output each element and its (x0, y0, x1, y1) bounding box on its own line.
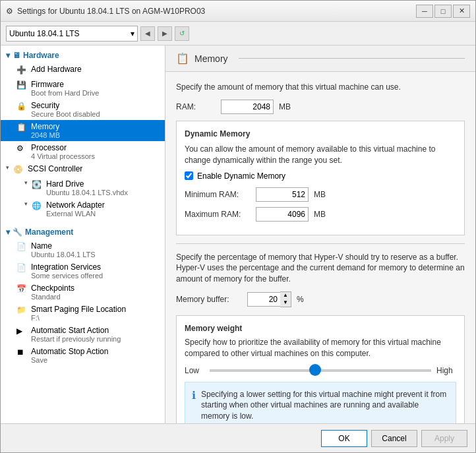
checkpoints-icon: 📅 (16, 284, 27, 295)
dynamic-memory-title: Dynamic Memory (185, 129, 456, 138)
sidebar-item-hard-drive[interactable]: ▾ 💽 Hard Drive Ubuntu 18.04.1 LTS.vhdx (1, 177, 165, 198)
sidebar-item-processor[interactable]: ⚙ Processor 4 Virtual processors (1, 141, 165, 162)
window-icon: ⚙ (6, 7, 13, 16)
sidebar-item-auto-start[interactable]: ▶ Automatic Start Action Restart if prev… (1, 324, 165, 345)
close-button[interactable]: ✕ (453, 5, 470, 18)
network-label: Network Adapter (46, 200, 105, 210)
ram-unit: MB (279, 102, 291, 111)
integration-icon: 📄 (16, 263, 27, 274)
security-icon: 🔒 (16, 102, 27, 112)
forward-button[interactable]: ▶ (158, 26, 172, 41)
minimize-button[interactable]: ─ (416, 5, 433, 18)
firmware-sub: Boot from Hard Drive (31, 89, 99, 97)
weight-description: Specify how to prioritize the availabili… (185, 337, 456, 359)
processor-icon: ⚙ (16, 144, 27, 154)
sidebar-item-scsi[interactable]: ▾ 📀 SCSI Controller (1, 162, 165, 177)
sidebar-item-security[interactable]: 🔒 Security Secure Boot disabled (1, 99, 165, 120)
spinner-buttons: ▲ ▼ (280, 291, 291, 307)
panel-header: 📋 Memory (165, 45, 475, 72)
enable-dynamic-memory-label: Enable Dynamic Memory (197, 171, 285, 181)
hard-drive-icon: 💽 (32, 180, 42, 191)
sidebar-item-auto-stop[interactable]: ⏹ Automatic Stop Action Save (1, 345, 165, 366)
sidebar-item-add-hardware[interactable]: ➕ Add Hardware (1, 63, 165, 78)
checkpoints-sub: Standard (31, 293, 74, 301)
management-label: Management (25, 227, 73, 237)
content-area: ▾ 🖥 Hardware ➕ Add Hardware 💾 Firmware B… (1, 45, 475, 423)
spinner-down-button[interactable]: ▼ (280, 299, 291, 307)
main-panel: 📋 Memory Specify the amount of memory th… (165, 45, 475, 423)
security-sub: Secure Boot disabled (31, 110, 100, 118)
info-text: Specifying a lower setting for this virt… (201, 389, 449, 422)
management-chevron-icon: ▾ (6, 227, 10, 237)
weight-section: Memory weight Specify how to prioritize … (176, 315, 465, 423)
sidebar-item-memory[interactable]: 📋 Memory 2048 MB (1, 120, 165, 141)
paging-label: Smart Paging File Location (31, 305, 126, 314)
auto-stop-sub: Save (31, 356, 108, 364)
sidebar-item-firmware[interactable]: 💾 Firmware Boot from Hard Drive (1, 78, 165, 99)
weight-slider[interactable] (210, 369, 431, 372)
processor-sub: 4 Virtual processors (31, 152, 95, 160)
sidebar-management-header[interactable]: ▾ 🔧 Management (1, 225, 165, 239)
memory-panel-icon: 📋 (176, 52, 189, 65)
max-ram-row: Maximum RAM: MB (185, 207, 456, 222)
slider-thumb[interactable] (309, 364, 321, 376)
info-icon: ℹ (192, 389, 196, 422)
scsi-label: SCSI Controller (28, 164, 82, 173)
ram-label: RAM: (176, 102, 216, 111)
refresh-button[interactable]: ↺ (175, 26, 189, 41)
maximize-button[interactable]: □ (434, 5, 452, 18)
low-label: Low (185, 366, 204, 375)
sidebar-item-integration[interactable]: 📄 Integration Services Some services off… (1, 260, 165, 282)
settings-window: ⚙ Settings for Ubuntu 18.04.1 LTS on AGM… (0, 0, 476, 453)
cancel-button[interactable]: Cancel (371, 430, 417, 447)
panel-title: Memory (194, 53, 228, 64)
info-box: ℹ Specifying a lower setting for this vi… (185, 382, 456, 423)
auto-stop-label: Automatic Stop Action (31, 347, 108, 356)
ram-field-row: RAM: MB (176, 100, 465, 114)
processor-label: Processor (31, 143, 95, 152)
ram-input[interactable] (221, 100, 274, 114)
sidebar-hardware-header[interactable]: ▾ 🖥 Hardware (1, 48, 165, 63)
max-ram-input[interactable] (256, 207, 309, 222)
enable-dynamic-memory-row: Enable Dynamic Memory (185, 171, 456, 181)
sidebar-item-paging[interactable]: 📁 Smart Paging File Location F:\ (1, 303, 165, 324)
bottom-bar: OK Cancel Apply (1, 423, 475, 452)
vm-selector[interactable]: Ubuntu 18.04.1 LTS ▾ (6, 26, 138, 42)
min-ram-unit: MB (314, 190, 326, 199)
sidebar-item-checkpoints[interactable]: 📅 Checkpoints Standard (1, 282, 165, 303)
sidebar-item-network[interactable]: ▾ 🌐 Network Adapter External WLAN (1, 198, 165, 220)
expand-icon-hd: ▾ (24, 179, 28, 186)
paging-sub: F:\ (31, 314, 126, 322)
name-label: Name (31, 241, 96, 251)
spinner-up-button[interactable]: ▲ (280, 292, 291, 299)
name-icon: 📄 (16, 242, 27, 253)
add-hardware-label: Add Hardware (31, 65, 82, 74)
min-ram-row: Minimum RAM: MB (185, 187, 456, 202)
sidebar-item-name[interactable]: 📄 Name Ubuntu 18.04.1 LTS (1, 239, 165, 260)
buffer-input[interactable] (247, 292, 280, 307)
ok-button[interactable]: OK (321, 430, 367, 447)
apply-button[interactable]: Apply (421, 430, 467, 447)
auto-stop-icon: ⏹ (16, 347, 27, 358)
vm-selector-label: Ubuntu 18.04.1 LTS (9, 29, 80, 38)
network-icon: 🌐 (32, 201, 42, 212)
firmware-icon: 💾 (16, 80, 27, 91)
sidebar: ▾ 🖥 Hardware ➕ Add Hardware 💾 Firmware B… (1, 45, 165, 423)
hard-drive-sub: Ubuntu 18.04.1 LTS.vhdx (46, 189, 128, 196)
buffer-description: Specify the percentage of memory that Hy… (176, 252, 465, 285)
hardware-icon: 🖥 (13, 51, 20, 60)
min-ram-input[interactable] (256, 187, 309, 202)
window-title: Settings for Ubuntu 18.04.1 LTS on AGM-W… (17, 7, 205, 16)
back-button[interactable]: ◀ (140, 26, 155, 41)
integration-sub: Some services offered (31, 272, 103, 280)
auto-start-icon: ▶ (16, 326, 27, 337)
enable-dynamic-memory-checkbox[interactable] (185, 171, 193, 180)
add-hardware-icon: ➕ (16, 65, 27, 76)
max-ram-unit: MB (314, 210, 326, 219)
expand-icon-net: ▾ (24, 200, 28, 207)
slider-container: Low High (185, 366, 456, 375)
title-bar-controls: ─ □ ✕ (416, 5, 470, 18)
weight-title: Memory weight (185, 324, 456, 333)
memory-icon: 📋 (16, 123, 27, 133)
name-sub: Ubuntu 18.04.1 LTS (31, 251, 96, 258)
